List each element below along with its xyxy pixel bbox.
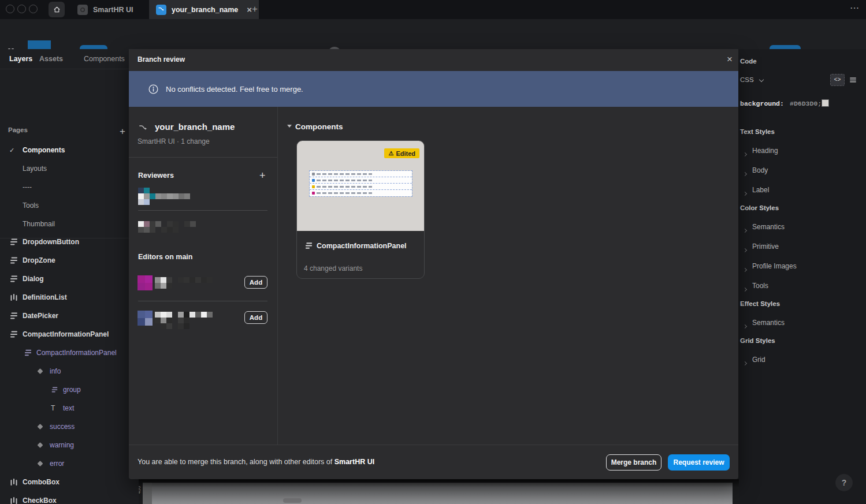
- component-set-icon: [304, 241, 313, 250]
- close-icon[interactable]: ×: [723, 53, 737, 66]
- layer-datepicker[interactable]: DatePicker: [0, 307, 139, 325]
- traffic-light-zoom[interactable]: [29, 5, 38, 13]
- thumbnail-panel-rows: [310, 171, 412, 196]
- layer-text[interactable]: T text: [0, 399, 139, 417]
- css-value[interactable]: #D6D3D0;: [790, 100, 822, 107]
- file-icon: [77, 5, 88, 15]
- tab-your-branch-name[interactable]: your_branch_name ×: [149, 0, 259, 19]
- add-reviewer-button[interactable]: +: [259, 170, 266, 182]
- traffic-light-minimize[interactable]: [17, 5, 26, 13]
- code-view-icon[interactable]: <>: [830, 74, 845, 86]
- thumbnail-row: [310, 190, 412, 196]
- page-selector[interactable]: Components: [84, 49, 133, 69]
- branch-meta: SmartHR UI · 1 change: [137, 137, 210, 145]
- chevron-right-icon[interactable]: [744, 148, 746, 158]
- layer-dropdownbutton[interactable]: DropdownButton: [0, 238, 139, 251]
- modal-drop-shadow: [139, 479, 739, 487]
- tab-label: SmartHR UI: [93, 6, 133, 14]
- style-item-heading[interactable]: Heading: [752, 147, 778, 155]
- page-item-tools[interactable]: Tools: [0, 197, 139, 214]
- canvas-area[interactable]: 450: [139, 479, 739, 504]
- layers-list: DropdownButton DropZone Dialog Definitio…: [0, 238, 139, 504]
- layer-dialog[interactable]: Dialog: [0, 270, 139, 288]
- page-item-layouts[interactable]: Layouts: [0, 160, 139, 177]
- add-page-button[interactable]: +: [120, 126, 125, 137]
- style-item-primitive[interactable]: Primitive: [752, 242, 779, 251]
- style-item-tools[interactable]: Tools: [752, 282, 768, 290]
- css-property[interactable]: background:: [740, 100, 784, 107]
- component-change-card[interactable]: ⚠ Edited CompactInformationPanel 4 chang…: [296, 140, 425, 279]
- layer-compactinformationpanel-component[interactable]: CompactInformationPanel: [0, 344, 139, 362]
- diamond-icon: [38, 369, 42, 374]
- redacted-editor-1: [155, 277, 213, 289]
- window-tab-bar: SmartHR UI your_branch_name × + ⋯: [0, 0, 866, 19]
- divider: [129, 157, 277, 158]
- disclosure-triangle-icon[interactable]: [287, 125, 292, 128]
- divider: [277, 107, 278, 445]
- home-button[interactable]: [49, 2, 65, 17]
- style-item-profile-images[interactable]: Profile Images: [752, 262, 797, 270]
- branch-name: your_branch_name: [155, 122, 235, 132]
- style-item-label[interactable]: Label: [752, 186, 769, 194]
- chevron-right-icon[interactable]: [744, 263, 746, 274]
- style-item-body[interactable]: Body: [752, 166, 768, 174]
- chevron-right-icon[interactable]: [744, 224, 746, 234]
- thumbnail-row: [310, 171, 412, 177]
- changed-variants-count: 4 changed variants: [304, 264, 362, 272]
- component-icon: [51, 386, 58, 394]
- chevron-right-icon[interactable]: [744, 167, 746, 178]
- merge-permission-message: You are able to merge this branch, along…: [137, 458, 374, 466]
- layer-checkbox[interactable]: CheckBox: [0, 491, 139, 504]
- style-item-semantics[interactable]: Semantics: [752, 223, 785, 231]
- help-button[interactable]: ?: [835, 474, 853, 491]
- info-icon: [148, 84, 159, 95]
- traffic-light-close[interactable]: [6, 5, 14, 13]
- merge-branch-button[interactable]: Merge branch: [606, 454, 661, 471]
- layer-variant-error[interactable]: error: [0, 454, 139, 473]
- tab-smarthr-ui[interactable]: SmartHR UI: [70, 0, 140, 19]
- style-item-effect-semantics[interactable]: Semantics: [752, 319, 785, 327]
- figma-app-window: SmartHR UI your_branch_name × + ⋯: [0, 0, 866, 504]
- layer-variant-warning[interactable]: warning: [0, 436, 139, 454]
- layer-variant-info[interactable]: info: [0, 362, 139, 380]
- layer-group[interactable]: group: [0, 380, 139, 399]
- layer-definitionlist[interactable]: DefinitionList: [0, 288, 139, 307]
- window-overflow-icon[interactable]: ⋯: [850, 2, 860, 13]
- component-set-icon: [9, 238, 18, 247]
- tab-assets[interactable]: Assets: [39, 49, 63, 69]
- css-color-swatch[interactable]: [822, 99, 829, 107]
- main-toolbar: Done S SmartHR UI / SmartHR UI your_bran…: [0, 19, 866, 49]
- redacted-editor-2: [155, 312, 213, 329]
- chevron-right-icon[interactable]: [744, 357, 746, 367]
- layer-dropzone[interactable]: DropZone: [0, 251, 139, 270]
- editor-avatar: [137, 311, 153, 326]
- page-item-divider[interactable]: ----: [0, 179, 139, 195]
- code-list-icon[interactable]: [849, 76, 857, 84]
- canvas-scroll-pill[interactable]: [283, 498, 302, 503]
- branch-review-modal: Branch review × No conflicts detected. F…: [129, 49, 738, 479]
- chevron-right-icon[interactable]: [744, 320, 746, 330]
- new-tab-button[interactable]: +: [248, 3, 261, 16]
- editor-avatar: [137, 275, 153, 290]
- tab-layers[interactable]: Layers: [9, 49, 32, 69]
- diamond-icon: [38, 425, 42, 429]
- add-editor-button[interactable]: Add: [244, 311, 267, 324]
- add-editor-button[interactable]: Add: [244, 276, 267, 289]
- component-icon: [24, 349, 32, 357]
- chevron-right-icon[interactable]: [744, 283, 746, 293]
- page-item-thumbnail[interactable]: Thumbnail: [0, 216, 139, 232]
- chevron-right-icon[interactable]: [744, 187, 746, 197]
- chevron-right-icon[interactable]: [744, 244, 746, 254]
- request-review-button[interactable]: Request review: [668, 454, 730, 471]
- layer-variant-success[interactable]: success: [0, 417, 139, 436]
- layer-combobox[interactable]: ComboBox: [0, 473, 139, 491]
- left-sidebar-header: Layers Assets Components: [0, 49, 139, 69]
- page-item-components[interactable]: ✓ Components: [0, 142, 139, 158]
- code-language-selector[interactable]: CSS: [740, 76, 763, 83]
- branch-tab-icon: [156, 5, 166, 15]
- layer-compactinformationpanel[interactable]: CompactInformationPanel: [0, 325, 139, 344]
- modal-title: Branch review: [137, 55, 185, 64]
- variants-icon: [9, 293, 18, 302]
- style-item-grid[interactable]: Grid: [752, 356, 765, 364]
- modal-footer: You are able to merge this branch, along…: [129, 445, 738, 479]
